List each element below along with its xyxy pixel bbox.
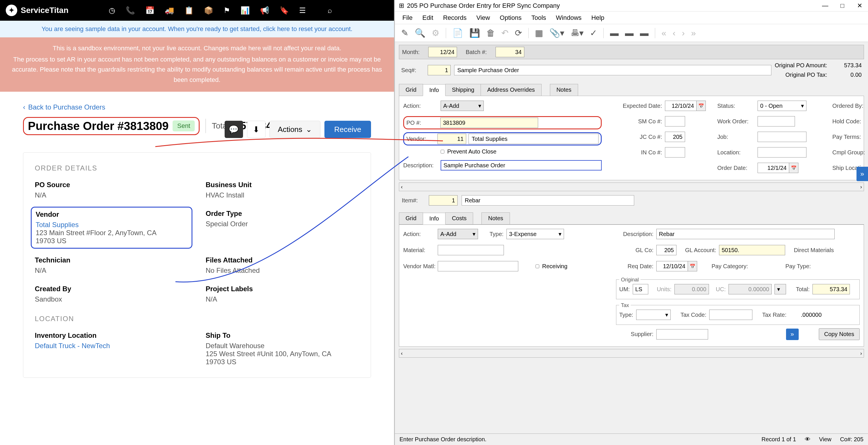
window2-icon[interactable]: ▬ [625, 28, 633, 38]
menu-options[interactable]: Options [500, 14, 522, 22]
tax-code-input[interactable] [709, 310, 752, 320]
job-input[interactable] [757, 132, 806, 142]
receiving-checkbox[interactable]: Receiving [535, 263, 567, 269]
line-type-combo[interactable]: 3-Expense▾ [506, 229, 564, 239]
calendar-icon[interactable]: 📅 [696, 101, 706, 111]
logo[interactable]: ✦ ServiceTitan [6, 5, 68, 16]
refresh-icon[interactable]: ⟳ [515, 28, 522, 38]
window3-icon[interactable]: ▬ [640, 28, 649, 38]
flag-icon[interactable]: ⚑ [223, 6, 230, 15]
seq-input[interactable] [428, 65, 451, 75]
prevent-auto-close-checkbox[interactable]: Prevent Auto Close [441, 148, 496, 155]
next-icon[interactable]: › [682, 28, 685, 38]
order-date-input[interactable] [757, 163, 789, 173]
new-icon[interactable]: 📄 [453, 28, 463, 38]
month-input[interactable] [428, 47, 457, 57]
prevent-checkbox-input[interactable] [441, 150, 444, 154]
undo-icon[interactable]: ↶ [501, 28, 508, 38]
line-desc-input[interactable] [656, 229, 835, 239]
tab-address[interactable]: Address Overrides [480, 84, 541, 96]
back-link[interactable]: ‹ Back to Purchase Orders [23, 103, 371, 111]
vendor-num-input[interactable] [437, 134, 466, 144]
line-action-combo[interactable]: A-Add▾ [438, 229, 478, 239]
inventory-location-link[interactable]: Default Truck - NewTech [35, 342, 188, 350]
spellcheck-icon[interactable]: ✓ [590, 28, 597, 38]
vendor-link[interactable]: Total Supplies [36, 221, 188, 229]
req-date-input[interactable] [656, 261, 688, 272]
calendar-icon[interactable]: 📅 [789, 163, 798, 173]
desc-input[interactable] [441, 160, 602, 170]
grid-icon[interactable]: ▦ [535, 28, 543, 38]
binoculars-icon[interactable]: 🔍 [415, 28, 425, 38]
truck-icon[interactable]: 🚚 [165, 6, 174, 15]
location-input[interactable] [757, 147, 806, 158]
menu-file[interactable]: File [402, 14, 412, 22]
tab-grid[interactable]: Grid [399, 84, 423, 96]
download-button[interactable]: ⬇ [247, 121, 266, 138]
receiving-input[interactable] [535, 264, 539, 268]
hscroll-header[interactable]: ‹› [399, 183, 864, 191]
menu-tools[interactable]: Tools [531, 14, 546, 22]
copy-notes-button[interactable]: Copy Notes [819, 328, 860, 340]
smco-input[interactable] [665, 116, 685, 126]
bug-icon[interactable]: ⚙ [432, 28, 439, 38]
phone-icon[interactable]: 📞 [126, 6, 135, 15]
chart-icon[interactable]: 📊 [241, 6, 250, 15]
edit-icon[interactable]: ✎ [401, 28, 408, 38]
attachment-icon[interactable]: 📎▾ [549, 28, 564, 38]
menu-help[interactable]: Help [591, 14, 604, 22]
glco-input[interactable] [656, 245, 677, 255]
bookmark-icon[interactable]: 🔖 [280, 6, 289, 15]
window1-icon[interactable]: ▬ [610, 28, 619, 38]
glacct-input[interactable] [719, 245, 785, 255]
um-input[interactable] [633, 284, 648, 294]
menu-records[interactable]: Records [443, 14, 466, 22]
jcco-input[interactable] [665, 132, 685, 142]
menu-view[interactable]: View [476, 14, 490, 22]
menu-edit[interactable]: Edit [422, 14, 433, 22]
prev-icon[interactable]: ‹ [673, 28, 676, 38]
line-tab-info[interactable]: Info [423, 213, 445, 224]
chat-button[interactable]: 💬 [225, 121, 243, 138]
wo-input[interactable] [757, 116, 795, 126]
item-input[interactable] [429, 195, 458, 205]
clipboard-icon[interactable]: 📋 [184, 6, 193, 15]
supplier-input[interactable] [656, 329, 708, 340]
tax-type-combo[interactable]: ▾ [636, 310, 671, 320]
action-combo[interactable]: A-Add▾ [441, 101, 484, 111]
dashboard-icon[interactable]: ◷ [109, 6, 115, 15]
hscroll-line[interactable]: ‹› [399, 349, 864, 358]
first-icon[interactable]: « [661, 28, 666, 38]
tab-notes[interactable]: Notes [550, 84, 578, 96]
material-input[interactable] [438, 245, 504, 255]
total-input[interactable] [812, 284, 850, 294]
calendar-icon[interactable]: 📅 [688, 261, 697, 272]
actions-dropdown[interactable]: Actions ⌄ [270, 121, 320, 138]
line-tab-costs[interactable]: Costs [445, 213, 473, 224]
box-icon[interactable]: 📦 [204, 6, 213, 15]
last-icon[interactable]: » [691, 28, 696, 38]
line-tab-grid[interactable]: Grid [399, 213, 423, 224]
print-icon[interactable]: 🖶▾ [570, 28, 584, 38]
tab-shipping[interactable]: Shipping [445, 84, 481, 96]
menu-windows[interactable]: Windows [556, 14, 582, 22]
vendor-matl-input[interactable] [438, 261, 518, 272]
tab-info[interactable]: Info [423, 84, 445, 96]
receive-button[interactable]: Receive [324, 121, 371, 138]
save-icon[interactable]: 💾 [469, 28, 480, 38]
maximize-button[interactable]: □ [838, 2, 847, 9]
uc-combo[interactable]: ▾ [775, 284, 786, 294]
close-button[interactable]: ✕ [855, 2, 864, 9]
inco-input[interactable] [665, 147, 685, 158]
batch-input[interactable] [496, 47, 524, 57]
search-icon[interactable]: ⌕ [328, 6, 332, 15]
side-arrow-button[interactable]: » [857, 167, 868, 181]
menu-icon[interactable]: ☰ [299, 6, 306, 15]
megaphone-icon[interactable]: 📢 [260, 6, 269, 15]
minimize-button[interactable]: — [821, 2, 830, 9]
line-tab-notes[interactable]: Notes [482, 213, 509, 224]
status-combo[interactable]: 0 - Open▾ [757, 101, 806, 111]
delete-icon[interactable]: 🗑 [486, 28, 495, 38]
next-arrow-button[interactable]: » [786, 328, 799, 340]
expected-date-input[interactable] [665, 101, 696, 111]
